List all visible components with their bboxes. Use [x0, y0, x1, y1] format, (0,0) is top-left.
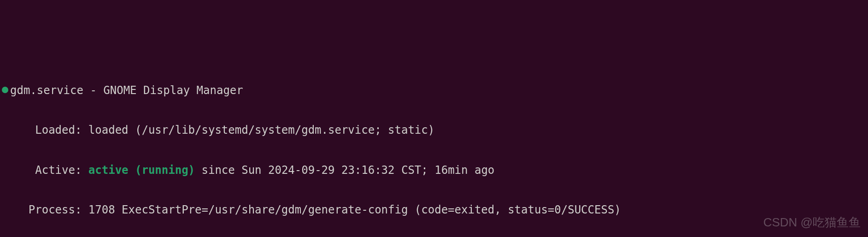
active-since-sep: ;: [421, 164, 434, 177]
process-value: 1708 ExecStartPre=/usr/share/gdm/generat…: [88, 203, 621, 216]
active-ago: 16min ago: [434, 164, 494, 177]
active-label: Active:: [2, 160, 88, 180]
loaded-label: Loaded:: [2, 120, 88, 140]
active-line: Active: active (running) since Sun 2024-…: [2, 160, 866, 180]
active-since-date: Sun 2024-09-29 23:16:32 CST: [241, 164, 421, 177]
active-status: active (running): [88, 164, 195, 177]
watermark-text: CSDN @吃猫鱼鱼: [763, 212, 861, 233]
header-separator: -: [83, 84, 103, 97]
process-line: Process: 1708 ExecStartPre=/usr/share/gd…: [2, 200, 866, 220]
process-label: Process:: [2, 200, 88, 220]
unit-description: GNOME Display Manager: [103, 84, 243, 97]
loaded-prefix: loaded (: [88, 124, 142, 136]
active-since-prefix: since: [195, 164, 241, 177]
loaded-suffix: ; static): [375, 124, 434, 136]
loaded-path: /usr/lib/systemd/system/gdm.service: [141, 124, 375, 136]
terminal-output: gdm.service - GNOME Display Manager Load…: [2, 61, 866, 237]
unit-name: gdm.service: [10, 84, 83, 97]
service-header-line: gdm.service - GNOME Display Manager: [2, 81, 866, 101]
status-dot-icon: [2, 87, 8, 93]
loaded-line: Loaded: loaded (/usr/lib/systemd/system/…: [2, 120, 866, 140]
